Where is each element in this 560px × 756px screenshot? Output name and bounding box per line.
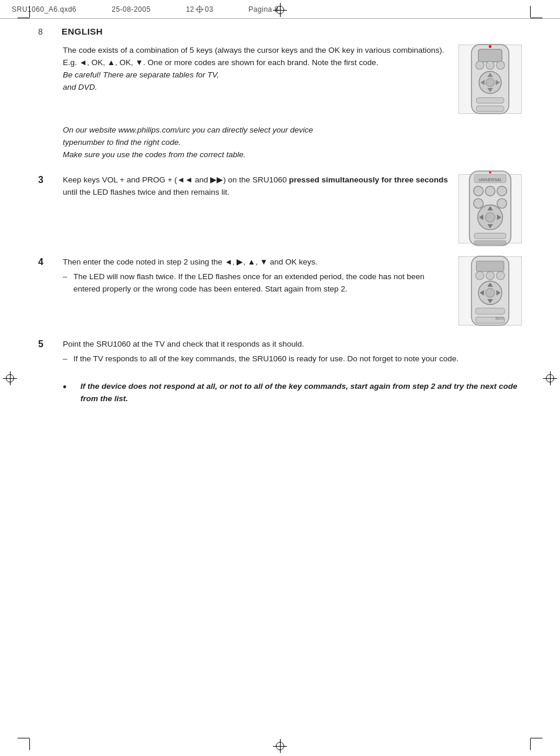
step-4-with-image: Then enter the code noted in step 2 usin… xyxy=(63,256,522,326)
svg-point-10 xyxy=(497,61,505,69)
crop-mark-br-v xyxy=(530,738,531,750)
page-label: Pagina 8 xyxy=(248,5,278,13)
reg-circle-right xyxy=(546,374,554,382)
step-5-dash-text: If the TV responds to all of the key com… xyxy=(73,353,522,365)
remote-image-3: BACK xyxy=(458,256,522,326)
svg-text:BACK: BACK xyxy=(495,317,504,320)
step-4-text: Then enter the code noted in step 2 usin… xyxy=(63,256,449,326)
intro-block: The code exists of a combination of 5 ke… xyxy=(63,45,522,114)
crop-mark-bl-v xyxy=(29,738,30,750)
crop-mark-tr-h xyxy=(531,18,542,18)
svg-point-19 xyxy=(497,186,507,195)
svg-rect-42 xyxy=(475,308,504,314)
svg-rect-1 xyxy=(478,49,502,62)
reg-circle-top xyxy=(276,6,284,14)
step-4-dash-text: The LED will now flash twice. If the LED… xyxy=(73,271,449,296)
time-minutes: 03 xyxy=(205,5,213,13)
reg-circle-left xyxy=(6,374,14,382)
page-number: 8 xyxy=(38,27,50,36)
date: 25-08-2005 xyxy=(112,5,150,13)
crop-mark-tr-v xyxy=(530,6,531,18)
step-4-line1: Then enter the code noted in step 2 usin… xyxy=(63,256,449,269)
svg-rect-28 xyxy=(474,233,506,239)
page-container: SRU1060_A6.qxd6 25-08-2005 12 03 Pagina … xyxy=(0,0,560,756)
bullet-block: • If the device does not respond at all,… xyxy=(63,381,522,405)
step-5-content: Point the SRU1060 at the TV and check th… xyxy=(63,338,522,368)
svg-point-9 xyxy=(486,61,494,69)
remote-svg-1 xyxy=(459,41,521,117)
svg-point-23 xyxy=(485,212,495,222)
svg-point-21 xyxy=(497,199,507,208)
svg-point-8 xyxy=(475,61,484,69)
website-line2: typenumber to find the right code. xyxy=(63,137,522,149)
bullet-symbol: • xyxy=(63,381,73,405)
step-4-block: 4 Then enter the code noted in step 2 us… xyxy=(38,256,522,326)
intro-paragraph1: The code exists of a combination of 5 ke… xyxy=(63,45,449,69)
svg-point-30 xyxy=(489,171,491,174)
reg-circle-bottom xyxy=(276,742,284,750)
svg-point-39 xyxy=(475,272,484,280)
svg-point-18 xyxy=(485,186,495,195)
svg-point-34 xyxy=(485,289,494,297)
svg-point-20 xyxy=(474,199,483,208)
remote-svg-3: BACK xyxy=(459,253,521,329)
svg-point-17 xyxy=(474,186,483,195)
remote-image-1 xyxy=(458,45,522,114)
svg-point-40 xyxy=(486,272,494,280)
svg-point-3 xyxy=(486,79,494,87)
step-4-dash: – xyxy=(63,271,73,296)
svg-point-13 xyxy=(489,45,492,48)
svg-rect-11 xyxy=(476,98,504,103)
bullet-text: If the device does not respond at all, o… xyxy=(80,381,522,405)
svg-rect-32 xyxy=(476,261,504,272)
remote-svg-2: UNIVERSAL xyxy=(459,169,521,248)
svg-rect-12 xyxy=(476,106,504,111)
step-5-dash-item: – If the TV responds to all of the key c… xyxy=(63,353,522,365)
intro-text: The code exists of a combination of 5 ke… xyxy=(63,45,449,114)
step-5-number: 5 xyxy=(38,338,63,368)
section-title: ENGLISH xyxy=(62,26,103,36)
step-3-with-image: Keep keys VOL + and PROG + (◄◄ and ▶▶) o… xyxy=(63,174,522,243)
svg-rect-29 xyxy=(474,241,506,245)
step-5-line1: Point the SRU1060 at the TV and check th… xyxy=(63,338,522,351)
main-content: 8 ENGLISH The code exists of a combinati… xyxy=(38,26,522,727)
website-line3: Make sure you use the codes from the cor… xyxy=(63,149,522,161)
step-4-content: Then enter the code noted in step 2 usin… xyxy=(63,256,522,326)
intro-italic2: and DVD. xyxy=(63,82,449,94)
filename: SRU1060_A6.qxd6 xyxy=(12,5,76,13)
step-3-text: Keep keys VOL + and PROG + (◄◄ and ▶▶) o… xyxy=(63,174,449,243)
crop-mark-bl-h xyxy=(18,738,29,738)
crop-mark-tl-h xyxy=(18,18,29,18)
step-3-content: Keep keys VOL + and PROG + (◄◄ and ▶▶) o… xyxy=(63,174,522,243)
remote-image-2: UNIVERSAL xyxy=(458,174,522,243)
step-4-number: 4 xyxy=(38,256,63,326)
step-3-block: 3 Keep keys VOL + and PROG + (◄◄ and ▶▶)… xyxy=(38,174,522,243)
step-4-dash-item: – The LED will now flash twice. If the L… xyxy=(63,271,449,296)
step-5-block: 5 Point the SRU1060 at the TV and check … xyxy=(38,338,522,368)
step-3-number: 3 xyxy=(38,174,63,243)
website-line1: On our website www.philips.com/urc you c… xyxy=(63,124,522,137)
page-header: 8 ENGLISH xyxy=(38,26,522,36)
svg-point-41 xyxy=(497,272,505,280)
reg-circle-inline xyxy=(197,6,203,12)
step-5-dash: – xyxy=(63,353,73,365)
crop-mark-tl-v xyxy=(29,6,30,18)
crop-mark-br-h xyxy=(531,738,542,738)
intro-italic1: Be careful! There are separate tables fo… xyxy=(63,69,449,82)
svg-text:UNIVERSAL: UNIVERSAL xyxy=(478,178,502,182)
step-3-bold: pressed simultaneously for three seconds xyxy=(289,175,448,184)
time-value: 12 xyxy=(186,5,194,13)
website-block: On our website www.philips.com/urc you c… xyxy=(63,124,522,161)
step-3-paragraph: Keep keys VOL + and PROG + (◄◄ and ▶▶) o… xyxy=(63,174,449,199)
time-label: 12 03 xyxy=(186,5,214,13)
